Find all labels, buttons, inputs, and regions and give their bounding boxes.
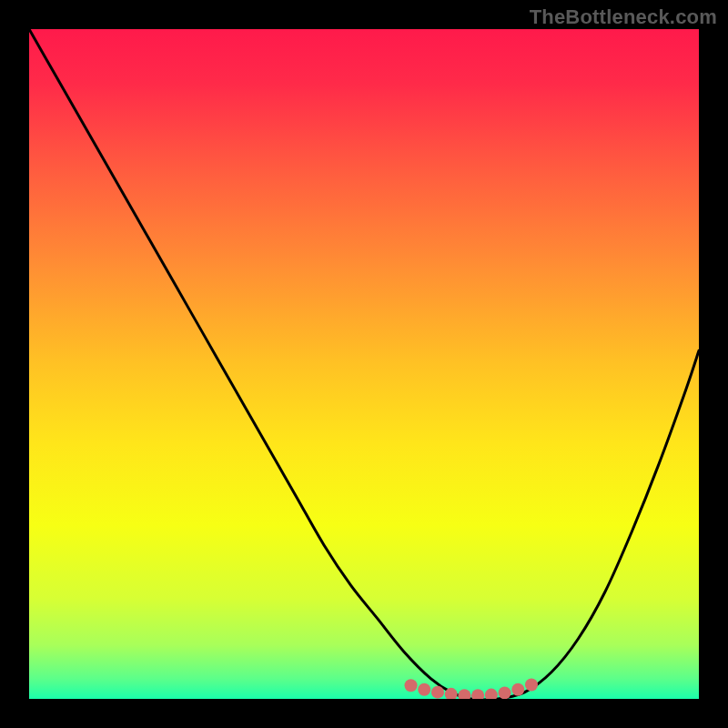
sweet-spot-marker: [458, 689, 470, 699]
chart-frame: TheBottleneck.com: [0, 0, 728, 728]
sweet-spot-marker: [445, 688, 458, 699]
sweet-spot-marker: [418, 683, 430, 696]
sweet-spot-marker: [405, 679, 418, 692]
sweet-spot-marker: [431, 686, 444, 699]
watermark-text: TheBottleneck.com: [530, 5, 717, 29]
sweet-spot-markers: [29, 29, 699, 699]
sweet-spot-marker: [511, 683, 524, 696]
plot-area: [29, 29, 699, 699]
sweet-spot-marker: [525, 679, 538, 692]
sweet-spot-marker: [499, 686, 511, 699]
sweet-spot-marker: [471, 689, 484, 699]
sweet-spot-marker: [485, 689, 498, 699]
